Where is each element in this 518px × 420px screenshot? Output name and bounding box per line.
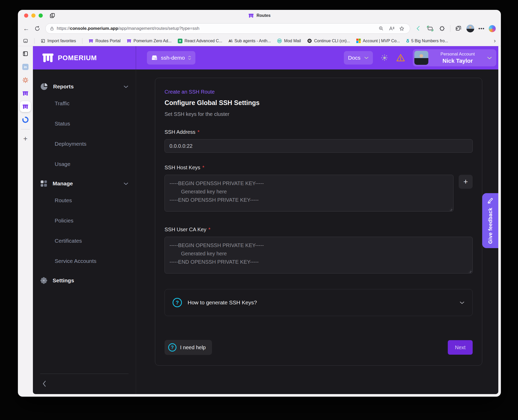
settings-more-icon[interactable]: ••• — [478, 26, 485, 32]
server-icon — [151, 55, 158, 61]
bookmark-mod-mail[interactable]: Mod Mail — [277, 38, 301, 43]
new-tab-button[interactable]: + — [20, 133, 31, 144]
bookmark-5-big-numbers[interactable]: δ 5 Big Numbers fro... — [406, 38, 448, 44]
sidebar-item-certificates[interactable]: Certificates — [33, 231, 136, 251]
cluster-selector[interactable]: ssh-demo — [147, 51, 195, 65]
bookmark-account-mvp[interactable]: Account | MVP Co... — [356, 39, 400, 43]
bookmarks-overflow-icon[interactable]: › — [494, 38, 496, 44]
vertical-tab-claude[interactable] — [20, 75, 31, 86]
sidebar-item-traffic[interactable]: Traffic — [33, 93, 136, 114]
bookmark-routes-portal[interactable]: Routes Portal — [89, 39, 120, 43]
bookmark-pomerium-zero[interactable]: Pomerium Zero Ad... — [127, 39, 172, 43]
need-help-button[interactable]: ? I need help — [165, 340, 212, 355]
chevron-down-icon — [487, 57, 492, 59]
chevron-down-icon — [364, 57, 369, 59]
brand-name: POMERIUM — [58, 54, 97, 62]
bookmark-continue-cli[interactable]: Continue CLI (cn)... — [307, 38, 350, 43]
give-feedback-button[interactable]: Give feedback — [482, 193, 498, 248]
brand-logo[interactable]: POMERIUM — [33, 46, 136, 69]
chevron-down-icon — [123, 85, 129, 88]
ssh-user-ca-key-label: SSH User CA Key * — [165, 227, 473, 233]
bookmark-react-advanced[interactable]: React Advanced C... — [178, 39, 222, 43]
sidebar-item-service-accounts[interactable]: Service Accounts — [33, 251, 136, 271]
main-content: Create an SSH Route Configure Global SSH… — [136, 69, 498, 394]
zoom-window-button[interactable] — [39, 13, 43, 18]
linkedin-icon: in — [22, 64, 29, 70]
reports-subnav: Traffic Status Deployments Usage — [33, 93, 136, 174]
vertical-tab-pomerium-active[interactable] — [20, 101, 31, 112]
minimize-window-button[interactable] — [31, 13, 36, 18]
header-actions: Docs Personal Account — [344, 49, 498, 66]
sidebar-section-manage[interactable]: Manage — [33, 177, 136, 190]
sidebar-item-usage[interactable]: Usage — [33, 154, 136, 174]
collections-icon[interactable] — [455, 25, 462, 32]
sidebar-item-routes[interactable]: Routes — [33, 190, 136, 211]
copilot-icon[interactable] — [489, 25, 496, 32]
wizard-eyebrow: Create an SSH Route — [165, 89, 473, 95]
wizard-footer: ? I need help Next — [165, 340, 473, 355]
user-avatar — [414, 51, 428, 65]
vertical-tab-blue-app[interactable] — [20, 114, 31, 125]
page-title: Configure Global SSH Settings — [165, 99, 473, 107]
zoom-in-icon[interactable] — [377, 25, 385, 32]
warning-alert-icon[interactable] — [396, 54, 405, 62]
ssh-address-input[interactable] — [165, 139, 473, 153]
ssh-host-keys-label: SSH Host Keys * — [165, 165, 473, 171]
add-host-key-button[interactable]: + — [459, 175, 473, 189]
favorite-star-icon[interactable] — [398, 25, 406, 32]
browser-essentials-icon[interactable] — [438, 25, 446, 32]
sidebar-collapse-button[interactable] — [39, 379, 49, 389]
ssh-user-ca-key-textarea[interactable] — [165, 237, 473, 274]
pomerium-console-page: POMERIUM ssh-demo Docs — [33, 46, 498, 394]
screenshot-icon[interactable] — [426, 25, 434, 32]
required-asterisk: * — [202, 165, 204, 171]
sidebar: Reports Traffic Status Deployments Usage — [33, 69, 136, 394]
sidebar-item-settings[interactable]: Settings — [33, 274, 136, 287]
pomerium-logo-icon — [42, 53, 54, 63]
ssh-host-keys-textarea[interactable] — [165, 175, 453, 212]
ssh-keys-help-accordion[interactable]: ? How to generate SSH Keys? — [165, 289, 473, 316]
address-bar[interactable]: https://console.pomerium.app/app/managem… — [45, 23, 410, 34]
required-asterisk: * — [197, 129, 200, 135]
question-circle-icon: ? — [173, 298, 182, 307]
tab-stacks-icon[interactable] — [49, 13, 55, 18]
next-button[interactable]: Next — [448, 340, 473, 355]
required-asterisk: * — [208, 227, 210, 233]
browser-toolbar: ← https://console.pomerium.app/app/manag… — [18, 21, 501, 36]
window-titlebar: Routes — [18, 10, 501, 21]
sidebar-item-status[interactable]: Status — [33, 114, 136, 134]
bookmark-sub-agents[interactable]: A\ Sub agents - Anth... — [229, 39, 271, 43]
lock-icon — [50, 26, 54, 31]
pomerium-favicon — [248, 13, 254, 18]
split-screen-icon[interactable] — [414, 25, 422, 32]
browser-profile-avatar[interactable] — [466, 25, 474, 32]
ssh-user-ca-key-wrapper — [165, 237, 473, 275]
account-type: Personal Account — [441, 52, 475, 57]
sort-chevrons-icon — [188, 56, 191, 60]
close-window-button[interactable] — [24, 13, 28, 18]
docs-label: Docs — [348, 55, 360, 61]
workspaces-icon[interactable] — [20, 48, 31, 59]
app-header: POMERIUM ssh-demo Docs — [33, 46, 498, 69]
vertical-tab-strip: in + — [18, 46, 33, 394]
theme-toggle-sun-icon[interactable] — [381, 54, 388, 62]
sidebar-item-deployments[interactable]: Deployments — [33, 134, 136, 154]
pomerium-favicon — [22, 104, 29, 109]
gear-icon — [40, 277, 47, 284]
reading-list-icon[interactable] — [23, 38, 28, 43]
pomerium-favicon — [127, 39, 131, 43]
delta-icon: δ — [406, 38, 409, 44]
read-aloud-icon[interactable] — [388, 25, 395, 32]
back-icon[interactable]: ← — [23, 25, 29, 32]
account-menu[interactable]: Personal Account Nick Taylor — [413, 49, 496, 66]
vertical-tab-linkedin[interactable]: in — [20, 61, 31, 72]
sidebar-item-policies[interactable]: Policies — [33, 211, 136, 231]
sidebar-section-reports[interactable]: Reports — [33, 80, 136, 93]
docs-menu-button[interactable]: Docs — [344, 51, 373, 65]
pie-chart-icon — [40, 83, 48, 90]
pencil-icon — [487, 197, 494, 204]
reload-icon[interactable] — [33, 25, 41, 32]
vertical-tab-pomerium[interactable] — [20, 88, 31, 99]
bookmark-import-favorites[interactable]: Import favorites — [41, 39, 76, 43]
continue-icon — [307, 38, 312, 43]
